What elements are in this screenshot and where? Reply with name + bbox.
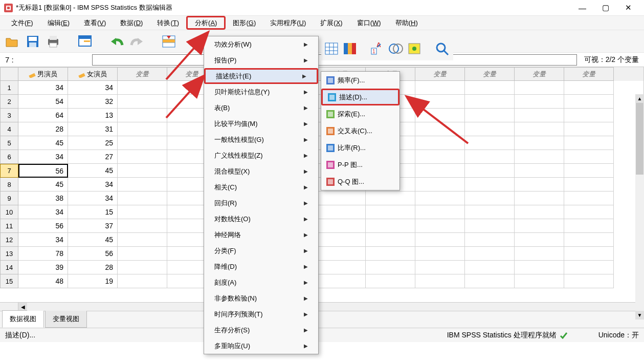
cell[interactable] <box>515 164 564 178</box>
cell[interactable] <box>465 81 515 95</box>
row-header[interactable]: 14 <box>0 261 18 274</box>
cell[interactable] <box>515 274 564 288</box>
menu-g[interactable]: 图形(G) <box>226 16 263 30</box>
cell[interactable]: 15 <box>68 205 118 219</box>
menu-item[interactable]: 报告(P)▶ <box>204 52 318 68</box>
horizontal-scrollbar[interactable]: ◀ ▶ <box>0 302 644 311</box>
cell[interactable] <box>564 164 614 178</box>
cell[interactable] <box>415 191 465 205</box>
print-icon[interactable] <box>45 33 61 50</box>
menu-item[interactable]: 贝叶斯统计信息(Y)▶ <box>204 84 318 100</box>
menu-item[interactable]: 比较平均值(M)▶ <box>204 116 318 132</box>
cell[interactable] <box>118 150 167 164</box>
cell[interactable] <box>564 247 614 261</box>
cell[interactable]: 34 <box>68 178 118 191</box>
cell[interactable]: 34 <box>18 150 68 164</box>
cell[interactable]: 31 <box>68 122 118 136</box>
menu-item[interactable]: 分类(F)▶ <box>204 243 318 259</box>
submenu-item[interactable]: 交叉表(C)... <box>321 122 399 139</box>
cell[interactable] <box>415 219 465 233</box>
cell[interactable]: 45 <box>18 136 68 150</box>
row-header[interactable]: 7 <box>0 164 18 178</box>
cell[interactable] <box>316 233 366 247</box>
cell[interactable]: 56 <box>18 219 68 233</box>
cell[interactable] <box>564 150 614 164</box>
scroll-up-icon[interactable]: ▲ <box>635 94 644 103</box>
select-all-corner[interactable] <box>0 67 18 81</box>
row-header[interactable]: 13 <box>0 247 18 261</box>
cell[interactable] <box>515 150 564 164</box>
cell[interactable] <box>366 247 415 261</box>
cell[interactable] <box>316 274 366 288</box>
cell[interactable] <box>465 274 515 288</box>
cell[interactable] <box>118 95 167 109</box>
cell[interactable] <box>415 164 465 178</box>
cell[interactable]: 34 <box>68 81 118 95</box>
menu-item[interactable]: 非参数检验(N)▶ <box>204 290 318 306</box>
cell[interactable] <box>465 178 515 191</box>
cell[interactable] <box>564 261 614 274</box>
cell[interactable] <box>118 261 167 274</box>
menu-item[interactable]: 降维(D)▶ <box>204 259 318 274</box>
cell[interactable] <box>316 191 366 205</box>
cell[interactable] <box>316 205 366 219</box>
cell[interactable] <box>415 178 465 191</box>
cell[interactable] <box>515 81 564 95</box>
maximize-button[interactable]: ▢ <box>594 1 617 15</box>
menu-item[interactable]: 刻度(A)▶ <box>204 274 318 290</box>
cell[interactable] <box>366 205 415 219</box>
cell[interactable] <box>415 205 465 219</box>
insert-variable-icon[interactable] <box>343 42 357 57</box>
menu-item[interactable]: 功效分析(W)▶ <box>204 36 318 52</box>
cell[interactable]: 39 <box>18 261 68 274</box>
row-header[interactable]: 2 <box>0 95 18 109</box>
cell[interactable] <box>415 109 465 122</box>
cell[interactable] <box>564 109 614 122</box>
menu-item[interactable]: 表(B)▶ <box>204 100 318 116</box>
cell[interactable] <box>564 178 614 191</box>
cell[interactable] <box>465 219 515 233</box>
menu-item[interactable]: 混合模型(X)▶ <box>204 163 318 179</box>
submenu-item[interactable]: 描述(D)... <box>321 89 399 105</box>
cell[interactable] <box>564 122 614 136</box>
cell[interactable] <box>366 261 415 274</box>
cell[interactable] <box>564 136 614 150</box>
cell[interactable] <box>515 219 564 233</box>
goto-case-icon[interactable] <box>161 33 177 50</box>
menu-item[interactable]: 对数线性(O)▶ <box>204 211 318 227</box>
row-header[interactable]: 11 <box>0 219 18 233</box>
column-header[interactable]: 变量 <box>415 67 465 81</box>
cell[interactable]: 78 <box>18 247 68 261</box>
menu-d[interactable]: 数据(D) <box>113 16 150 30</box>
cell[interactable] <box>564 95 614 109</box>
menu-a[interactable]: 分析(A) <box>186 16 226 30</box>
row-header[interactable]: 4 <box>0 122 18 136</box>
find-icon[interactable] <box>435 41 450 57</box>
cell[interactable] <box>515 109 564 122</box>
cell[interactable] <box>118 233 167 247</box>
cell[interactable] <box>515 191 564 205</box>
vertical-scrollbar[interactable]: ▲ ▼ <box>635 94 644 320</box>
cell[interactable] <box>366 233 415 247</box>
use-sets-icon[interactable] <box>389 42 403 57</box>
save-icon[interactable] <box>25 33 41 50</box>
submenu-item[interactable]: Q-Q 图... <box>321 173 399 190</box>
cell[interactable] <box>118 122 167 136</box>
menu-item[interactable]: 回归(R)▶ <box>204 195 318 211</box>
close-button[interactable]: ✕ <box>617 1 640 15</box>
cell[interactable]: 56 <box>18 164 68 178</box>
cell[interactable] <box>564 191 614 205</box>
cell[interactable] <box>366 219 415 233</box>
insert-cases-icon[interactable] <box>324 42 339 57</box>
cell[interactable] <box>564 205 614 219</box>
cell[interactable]: 34 <box>18 81 68 95</box>
cell[interactable]: 56 <box>68 247 118 261</box>
cell[interactable] <box>366 191 415 205</box>
cell[interactable] <box>465 136 515 150</box>
cell[interactable] <box>415 274 465 288</box>
cell[interactable] <box>415 122 465 136</box>
menu-item[interactable]: 神经网络▶ <box>204 227 318 243</box>
menu-item[interactable]: 生存分析(S)▶ <box>204 322 318 338</box>
row-header[interactable]: 12 <box>0 233 18 247</box>
cell[interactable]: 54 <box>18 95 68 109</box>
